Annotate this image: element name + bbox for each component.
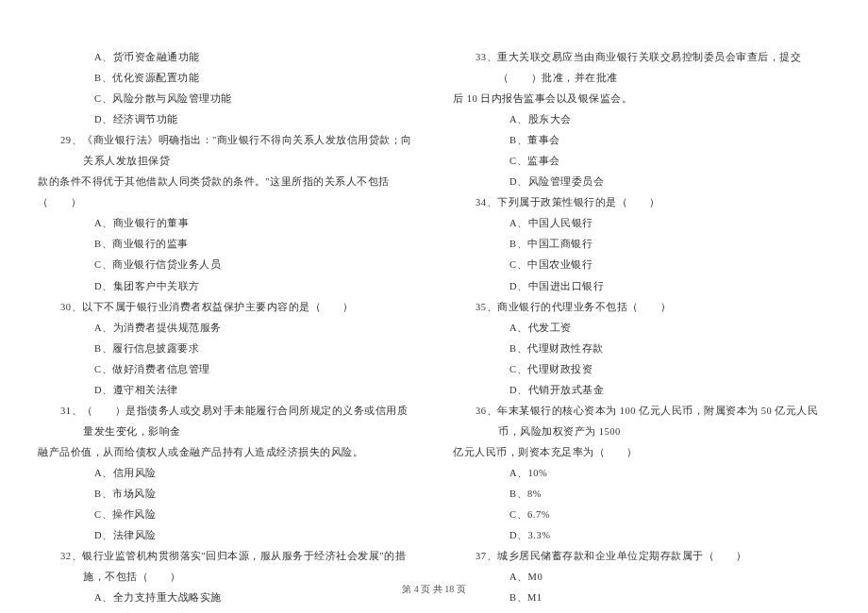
q35-option-a: A、代发工资	[453, 318, 830, 339]
q34-option-b: B、中国工商银行	[453, 234, 830, 255]
q34-option-c: C、中国农业银行	[453, 255, 830, 275]
q34-option-a: A、中国人民银行	[453, 213, 830, 234]
q36-option-c: C、6.7%	[453, 505, 830, 525]
q37-option-c: C、M2	[453, 608, 830, 613]
q29-stem: 29、《商业银行法》明确指出："商业银行不得向关系人发放信用贷款；向关系人发放担…	[60, 130, 415, 172]
q31-option-c: C、操作风险	[38, 505, 415, 525]
q36-option-b: B、8%	[453, 484, 830, 505]
q34-stem: 34、下列属于政策性银行的是（ ）	[476, 192, 830, 213]
q31-option-b: B、市场风险	[38, 484, 415, 505]
q31-option-d: D、法律风险	[38, 525, 415, 546]
q29-stem-cont: 款的条件不得优于其他借款人同类贷款的条件。"这里所指的关系人不包括（ ）	[38, 172, 415, 213]
q30-option-a: A、为消费者提供规范服务	[38, 318, 415, 339]
page-footer: 第 4 页 共 18 页	[0, 583, 868, 596]
q28-option-d: D、经济调节功能	[38, 109, 415, 130]
q29-option-b: B、商业银行的监事	[38, 234, 415, 255]
left-column: A、货币资金融通功能 B、优化资源配置功能 C、风险分散与风险管理功能 D、经济…	[38, 47, 415, 613]
right-column: 33、重大关联交易应当由商业银行关联交易控制委员会审查后，提交（ ）批准，并在批…	[453, 47, 830, 613]
q29-option-c: C、商业银行信贷业务人员	[38, 255, 415, 275]
q28-option-c: C、风险分散与风险管理功能	[38, 89, 415, 109]
q35-option-c: C、代理财政投资	[453, 359, 830, 380]
q35-stem: 35、商业银行的代理业务不包括（ ）	[476, 297, 830, 318]
q35-option-b: B、代理财政性存款	[453, 339, 830, 359]
q36-option-a: A、10%	[453, 463, 830, 484]
q31-stem: 31、（ ）是指债务人或交易对手未能履行合同所规定的义务或信用质量发生变化，影响…	[60, 401, 415, 442]
q29-option-a: A、商业银行的董事	[38, 213, 415, 234]
q30-option-d: D、遵守相关法律	[38, 380, 415, 401]
q36-stem: 36、年末某银行的核心资本为 100 亿元人民币，附属资本为 50 亿元人民币，…	[476, 401, 830, 442]
q33-option-b: B、董事会	[453, 130, 830, 151]
q32-stem: 32、银行业监管机构贯彻落实"回归本源，服从服务于经济社会发展"的措施，不包括（…	[60, 546, 415, 588]
q30-option-c: C、做好消费者信息管理	[38, 359, 415, 380]
q34-option-d: D、中国进出口银行	[453, 276, 830, 297]
q30-stem: 30、以下不属于银行业消费者权益保护主要内容的是（ ）	[60, 297, 415, 318]
q33-option-d: D、风险管理委员会	[453, 172, 830, 192]
page-content: A、货币资金融通功能 B、优化资源配置功能 C、风险分散与风险管理功能 D、经济…	[38, 47, 830, 613]
q32-option-b: B、丰富我国金融产品的多样性	[38, 608, 415, 613]
q33-option-c: C、监事会	[453, 151, 830, 172]
q28-option-a: A、货币资金融通功能	[38, 47, 415, 68]
q33-stem-cont: 后 10 日内报告监事会以及银保监会。	[453, 89, 830, 109]
q31-option-a: A、信用风险	[38, 463, 415, 484]
q36-stem-cont: 亿元人民币，则资本充足率为（ ）	[453, 442, 830, 463]
q33-stem: 33、重大关联交易应当由商业银行关联交易控制委员会审查后，提交（ ）批准，并在批…	[476, 47, 830, 89]
q28-option-b: B、优化资源配置功能	[38, 68, 415, 89]
q35-option-d: D、代销开放式基金	[453, 380, 830, 401]
q37-stem: 37、城乡居民储蓄存款和企业单位定期存款属于（ ）	[476, 546, 830, 567]
q36-option-d: D、3.3%	[453, 525, 830, 546]
q29-option-d: D、集团客户中关联方	[38, 276, 415, 297]
q31-stem-cont: 融产品价值，从而给债权人或金融产品持有人造成经济损失的风险。	[38, 442, 415, 463]
q33-option-a: A、股东大会	[453, 109, 830, 130]
q30-option-b: B、履行信息披露要求	[38, 339, 415, 359]
